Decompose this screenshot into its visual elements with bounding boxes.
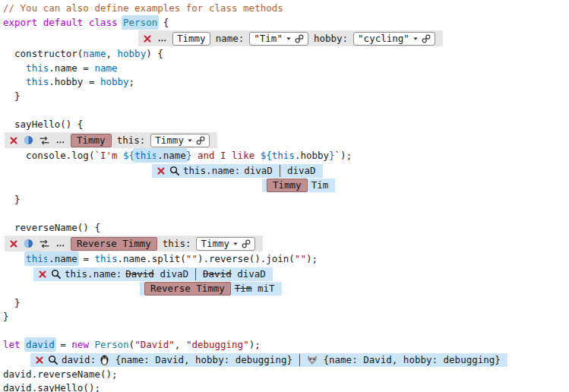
search-icon[interactable] <box>169 166 179 175</box>
close-icon[interactable] <box>35 356 44 365</box>
code-token: .name <box>157 150 186 161</box>
example-pill: Timmy <box>267 179 308 192</box>
code-line: } <box>3 310 569 324</box>
code-token: .name = <box>49 62 94 74</box>
probe-value-text: divaD <box>244 165 273 176</box>
code-token <box>3 62 26 74</box>
probe-value-text: divaD <box>154 268 188 280</box>
code-token: new <box>71 339 89 350</box>
toggle-icon[interactable] <box>24 239 33 248</box>
code-token: Person <box>94 339 128 350</box>
this-select-value: Timmy <box>155 134 184 146</box>
example-pill: Reverse Timmy <box>144 282 231 296</box>
code-token: .hobby = <box>49 76 100 87</box>
param-label: name: <box>216 33 245 44</box>
code-token <box>21 339 27 350</box>
close-icon[interactable] <box>9 239 18 248</box>
code-token: ${ <box>261 150 272 161</box>
probe-label: this.name: <box>183 165 240 176</box>
this-label: this: <box>117 134 146 146</box>
code-token: hobby <box>118 48 147 59</box>
probe-value: David divaD <box>125 268 188 280</box>
link-icon[interactable] <box>242 239 251 248</box>
example-pill[interactable]: Reverse Timmy <box>71 237 157 251</box>
code-token: and I like <box>191 150 260 161</box>
param-select[interactable]: "cycling" <box>353 32 435 46</box>
code-token: ) { <box>146 48 163 59</box>
code-token: , <box>106 48 117 59</box>
code-token: console.log( <box>3 150 94 161</box>
example-name-input[interactable]: Timmy <box>172 32 210 46</box>
code-line <box>3 103 569 118</box>
code-token: // You can also define examples for clas… <box>3 2 283 14</box>
code-line: sayHello() { <box>3 118 569 132</box>
param-select[interactable]: "Tim" <box>249 32 308 46</box>
code-token: ` <box>335 150 341 161</box>
code-token: { <box>157 17 169 28</box>
code-token: .name.split( <box>118 253 186 264</box>
class-example-widget: Timmyname:"Tim"hobby:"cycling" <box>138 30 443 46</box>
this-select-value: Timmy <box>201 238 229 249</box>
code-token: sayHello() { <box>3 119 83 130</box>
code-token: this <box>26 76 49 87</box>
link-icon[interactable] <box>422 34 431 43</box>
probe-value-text: David <box>203 268 232 280</box>
link-icon[interactable] <box>295 34 304 43</box>
swap-icon[interactable] <box>39 239 50 248</box>
probe-value-text: Tim <box>311 179 329 191</box>
close-icon[interactable] <box>9 136 18 145</box>
code-token: name <box>83 48 106 59</box>
code-token: , <box>175 339 186 350</box>
this-select[interactable]: Timmy <box>150 134 210 147</box>
swap-icon[interactable] <box>39 136 50 145</box>
toggle-icon[interactable] <box>24 135 33 145</box>
separator <box>299 354 300 366</box>
code-token: export default class <box>3 17 118 28</box>
code-token: david <box>26 339 55 350</box>
search-icon[interactable] <box>51 269 61 279</box>
probe-label: this.name: <box>65 268 122 280</box>
chevron-down-icon <box>286 36 292 42</box>
code-line: } <box>3 90 569 104</box>
code-token: } <box>3 297 21 308</box>
example-pill[interactable]: Timmy <box>71 134 112 147</box>
chevron-down-icon <box>413 36 419 42</box>
more-icon[interactable] <box>55 239 65 248</box>
code-token: "" <box>186 253 198 264</box>
method-example-widget: Timmythis:Timmy <box>5 132 217 148</box>
code-token: this <box>26 253 49 264</box>
chevron-down-icon <box>232 241 239 247</box>
code-token: "David" <box>134 339 175 350</box>
code-line: let david = new Person("David", "debuggi… <box>3 338 569 352</box>
code-line: } <box>3 193 569 207</box>
code-token: this <box>272 150 295 161</box>
probe: this.name:divaDdivaDTimmyTim <box>152 164 569 192</box>
code-token: ; <box>129 76 135 87</box>
code-line: david.reverseName(); <box>3 368 569 382</box>
code-token: .hobby <box>295 150 329 161</box>
code-line: export default class Person { <box>3 16 569 30</box>
close-icon[interactable] <box>143 34 152 43</box>
this-label: this: <box>163 238 191 249</box>
separator <box>280 165 280 177</box>
penguin-icon <box>100 354 109 365</box>
close-icon[interactable] <box>156 166 166 175</box>
close-icon[interactable] <box>38 270 47 279</box>
probe-value: {name: David, hobby: debugging} <box>100 354 292 365</box>
probe-value-text: Tim <box>235 283 252 294</box>
link-icon[interactable] <box>196 136 205 145</box>
code-token: ( <box>129 339 135 350</box>
probe-value: {name: David, hobby: debugging} <box>307 354 501 365</box>
more-icon[interactable] <box>55 136 65 145</box>
method-example-row: Timmythis:Timmy <box>3 132 569 148</box>
more-icon[interactable] <box>157 34 167 43</box>
param-select-value: "Tim" <box>254 33 283 44</box>
code-line: // You can also define examples for clas… <box>3 2 569 16</box>
probe-panel: david: {name: David, hobby: debugging} {… <box>30 353 507 367</box>
this-select[interactable]: Timmy <box>196 237 255 251</box>
method-example-widget: Reverse Timmythis:Timmy <box>5 236 263 251</box>
code-editor: // You can also define examples for clas… <box>0 0 569 392</box>
param-select-value: "cycling" <box>358 33 409 44</box>
code-token: ); <box>306 253 318 264</box>
search-icon[interactable] <box>48 355 58 365</box>
